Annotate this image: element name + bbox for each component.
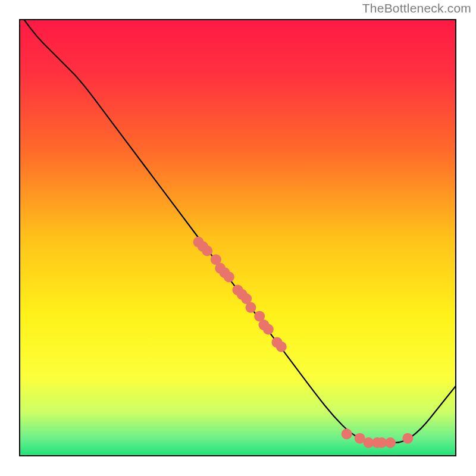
bottleneck-chart: [0, 0, 476, 476]
scatter-point: [402, 433, 413, 444]
chart-stage: TheBottleneck.com: [0, 0, 476, 476]
watermark-text: TheBottleneck.com: [362, 1, 471, 15]
scatter-point: [276, 342, 287, 352]
scatter-point: [202, 245, 212, 256]
scatter-point: [342, 428, 352, 439]
scatter-point: [245, 302, 256, 313]
scatter-point: [385, 437, 396, 448]
scatter-point: [263, 324, 274, 334]
plot-background: [20, 20, 456, 456]
scatter-point: [224, 271, 234, 282]
